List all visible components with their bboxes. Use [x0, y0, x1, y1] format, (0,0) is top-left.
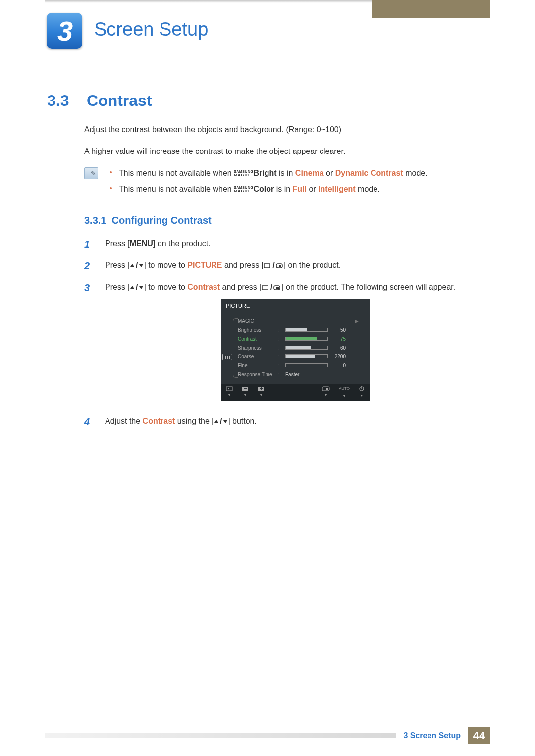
content-body: Adjust the contrast between the objects … — [84, 124, 485, 436]
osd-row-coarse: Coarse : 2200 — [238, 352, 362, 361]
osd-row-contrast: Contrast : 75 — [238, 334, 362, 343]
step-4: 4 Adjust the Contrast using the [/] butt… — [84, 414, 485, 429]
section-title: Contrast — [87, 92, 152, 110]
up-down-icon: / — [130, 259, 144, 272]
note-icon — [84, 167, 98, 179]
svg-marker-21 — [214, 420, 218, 423]
note-list: This menu is not available when SAMSUNGM… — [110, 167, 485, 199]
footer-bar-decoration — [45, 733, 396, 738]
enter-source-icon: / — [262, 281, 281, 294]
osd-row-brightness: Brightness : 50 — [238, 325, 362, 334]
step-1: 1 Press [MENU] on the product. — [84, 237, 485, 252]
chapter-number: 3 — [57, 15, 71, 47]
footer-page-number: 44 — [468, 727, 490, 744]
svg-marker-22 — [223, 420, 227, 423]
osd-power-icon: ▾ — [359, 386, 365, 399]
svg-marker-1 — [139, 264, 143, 267]
step-2: 2 Press [/] to move to PICTURE and press… — [84, 258, 485, 273]
osd-row-sharpness: Sharpness : 60 — [238, 343, 362, 352]
osd-plus-icon: ▾ — [258, 386, 265, 399]
osd-minus-icon: ▾ — [242, 386, 249, 399]
svg-rect-18 — [326, 388, 328, 390]
osd-row-fine: Fine : 0 — [238, 361, 362, 370]
footer-section-label: 3 Screen Setup — [396, 731, 468, 740]
svg-rect-13 — [244, 388, 247, 389]
osd-back-icon: ▾ — [226, 386, 233, 399]
osd-footer: ▾ ▾ ▾ ▾ AUTO▾ ▾ — [221, 384, 370, 401]
page-header-tab — [372, 0, 490, 18]
samsung-magic-logo: SAMSUNGMAGIC — [234, 186, 253, 193]
steps-list: 1 Press [MENU] on the product. 2 Press [… — [84, 237, 485, 429]
chapter-title: Screen Setup — [94, 19, 208, 40]
enter-source-icon: / — [264, 259, 283, 272]
intro-paragraph-2: A higher value will increase the contras… — [84, 146, 485, 157]
svg-rect-4 — [279, 265, 281, 267]
page-footer: 3 Screen Setup 44 — [45, 727, 490, 744]
svg-marker-6 — [139, 286, 143, 289]
chapter-number-badge: 3 — [47, 13, 82, 49]
note-item-1: This menu is not available when SAMSUNGM… — [110, 167, 485, 179]
svg-marker-5 — [130, 286, 134, 289]
subsection-title: 3.3.1 Configuring Contrast — [84, 213, 485, 228]
intro-paragraph-1: Adjust the contrast between the objects … — [84, 124, 485, 136]
svg-rect-9 — [276, 287, 279, 289]
svg-rect-2 — [264, 264, 270, 268]
osd-row-magic: MAGIC ▶ — [238, 316, 362, 325]
svg-rect-16 — [261, 387, 262, 390]
svg-rect-7 — [262, 286, 268, 290]
svg-marker-0 — [130, 264, 134, 267]
osd-screenshot: PICTURE MAGIC ▶ Brightness : — [221, 299, 370, 401]
osd-auto-label: AUTO▾ — [339, 385, 350, 399]
note-item-2: This menu is not available when SAMSUNGM… — [110, 183, 485, 195]
samsung-magic-logo: SAMSUNGMAGIC — [234, 170, 253, 177]
note-block: This menu is not available when SAMSUNGM… — [84, 167, 485, 199]
up-down-icon: / — [130, 281, 144, 294]
osd-category-icon — [222, 354, 232, 360]
chevron-right-icon: ▶ — [355, 317, 362, 325]
up-down-icon: / — [214, 415, 228, 428]
osd-title: PICTURE — [221, 299, 370, 313]
osd-row-response-time: Response Time : Faster — [238, 370, 362, 379]
step-3: 3 Press [/] to move to Contrast and pres… — [84, 280, 485, 407]
osd-enter-icon: ▾ — [322, 386, 330, 399]
section-number: 3.3 — [47, 92, 69, 110]
osd-bracket — [233, 318, 238, 378]
svg-marker-11 — [228, 388, 229, 390]
